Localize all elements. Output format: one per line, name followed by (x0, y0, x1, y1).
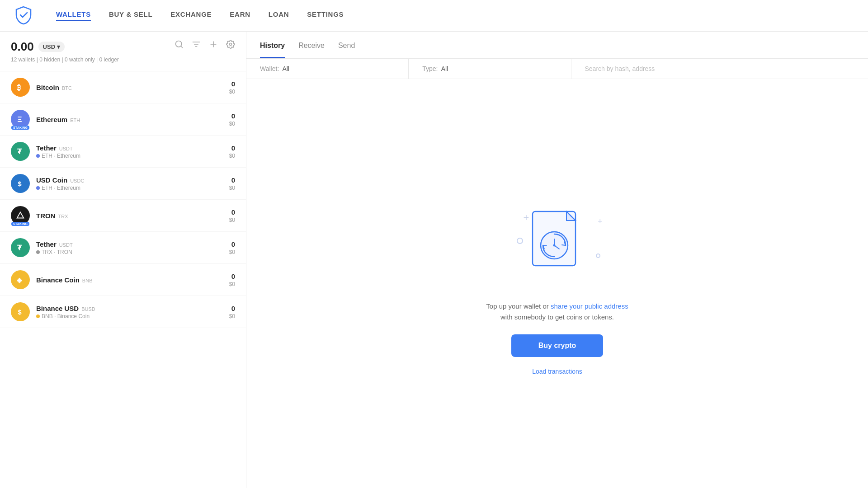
coin-icon-ETH: Ξ STAKING (11, 110, 30, 129)
nav-loan[interactable]: LOAN (269, 10, 289, 21)
nav-buy-sell[interactable]: BUY & SELL (109, 10, 152, 21)
coin-info: TRON TRX (36, 212, 229, 220)
coin-ticker: USDC (70, 178, 84, 183)
coin-ticker: USDT (59, 146, 73, 151)
coin-icon-USDT: ₮ (11, 238, 30, 257)
filter-icon[interactable] (192, 40, 201, 51)
search-icon[interactable] (175, 40, 184, 51)
type-filter-value: All (441, 65, 448, 72)
nav-wallets[interactable]: WALLETS (56, 10, 91, 21)
coin-sub: ETH · Ethereum (36, 153, 229, 159)
top-navigation: WALLETS BUY & SELL EXCHANGE EARN LOAN SE… (0, 0, 868, 32)
svg-text:₮: ₮ (17, 148, 22, 155)
coin-name-row: Bitcoin BTC (36, 84, 229, 91)
coin-ticker: USDT (59, 242, 73, 248)
coin-name: TRON (36, 212, 56, 220)
coin-info: Ethereum ETH (36, 116, 229, 123)
tab-send[interactable]: Send (338, 32, 355, 58)
nav-exchange[interactable]: EXCHANGE (170, 10, 212, 21)
coin-sub: BNB · Binance Coin (36, 313, 229, 319)
wallet-item[interactable]: ₿ Bitcoin BTC 0 $0 (0, 71, 246, 103)
nav-earn[interactable]: EARN (230, 10, 250, 21)
type-filter[interactable]: Type: All (409, 59, 571, 79)
coin-balance: 0 $0 (229, 305, 235, 319)
load-transactions-link[interactable]: Load transactions (532, 368, 582, 375)
svg-line-1 (181, 46, 183, 48)
empty-state-text: Top up your wallet or share your public … (486, 301, 628, 323)
coin-balance: 0 $0 (229, 80, 235, 95)
coin-icon-BTC: ₿ (11, 78, 30, 97)
wallet-item[interactable]: STAKING TRON TRX 0 $0 (0, 200, 246, 232)
svg-text:Ξ: Ξ (18, 116, 22, 123)
coin-usd: $0 (229, 153, 235, 159)
coin-info: Tether USDT TRX · TRON (36, 240, 229, 255)
coin-icon-USDC: $ (11, 174, 30, 193)
svg-text:$: $ (18, 309, 22, 316)
coin-usd: $0 (229, 185, 235, 191)
buy-crypto-button[interactable]: Buy crypto (511, 334, 604, 357)
settings-icon[interactable] (226, 40, 235, 51)
svg-point-7 (230, 43, 232, 46)
coin-name-row: USD Coin USDC (36, 176, 229, 184)
coin-name-row: Tether USDT (36, 144, 229, 152)
wallet-item[interactable]: Ξ STAKING Ethereum ETH 0 $0 (0, 103, 246, 136)
coin-info: Binance Coin BNB (36, 276, 229, 284)
wallet-item[interactable]: $ USD Coin USDC ETH · Ethereum 0 $0 (0, 168, 246, 200)
coin-balance: 0 $0 (229, 272, 235, 287)
coin-usd: $0 (229, 121, 235, 127)
coin-amount: 0 (229, 208, 235, 216)
coin-amount: 0 (229, 240, 235, 248)
svg-text:₿: ₿ (17, 83, 21, 91)
nav-settings[interactable]: SETTINGS (307, 10, 344, 21)
coin-balance: 0 $0 (229, 208, 235, 223)
left-header: 0.00 USD ▾ 12 wallets | 0 hidden | 0 wat… (0, 32, 246, 71)
right-panel: History Receive Send Wallet: All Type: A… (246, 32, 868, 488)
coin-info: Bitcoin BTC (36, 84, 229, 91)
wallet-item[interactable]: ₮ Tether USDT TRX · TRON 0 $0 (0, 232, 246, 264)
empty-state: + + (246, 79, 868, 488)
svg-text:◈: ◈ (16, 277, 23, 284)
add-wallet-icon[interactable] (209, 40, 218, 51)
search-filter[interactable]: Search by hash, address (571, 59, 868, 79)
wallet-info: 12 wallets | 0 hidden | 0 watch only | 0… (11, 56, 175, 63)
coin-name: Tether (36, 240, 57, 248)
coin-balance: 0 $0 (229, 112, 235, 127)
wallet-item[interactable]: $ Binance USD BUSD BNB · Binance Coin 0 … (0, 296, 246, 328)
coin-name-row: Tether USDT (36, 240, 229, 248)
logo[interactable] (14, 5, 33, 27)
search-placeholder: Search by hash, address (585, 65, 655, 72)
currency-selector[interactable]: USD ▾ (38, 42, 65, 52)
wallet-item[interactable]: ₮ Tether USDT ETH · Ethereum 0 $0 (0, 136, 246, 168)
coin-name: Ethereum (36, 116, 67, 123)
coin-amount: 0 (229, 272, 235, 280)
coin-usd: $0 (229, 281, 235, 287)
tab-history[interactable]: History (260, 32, 285, 58)
left-toolbar (175, 40, 235, 51)
coin-balance: 0 $0 (229, 176, 235, 191)
empty-state-icon (526, 205, 589, 279)
wallet-filter[interactable]: Wallet: All (246, 59, 409, 79)
decoration-plus-1: + (524, 213, 529, 223)
total-balance: 0.00 (11, 40, 34, 54)
coin-name-row: Binance USD BUSD (36, 305, 229, 312)
coin-icon-BNB: ◈ (11, 270, 30, 289)
decoration-dot-2 (596, 253, 600, 258)
coin-name: Binance USD (36, 305, 79, 312)
coin-icon-USDT: ₮ (11, 142, 30, 161)
coin-balance: 0 $0 (229, 144, 235, 159)
coin-amount: 0 (229, 144, 235, 152)
coin-ticker: ETH (70, 117, 80, 123)
wallet-item[interactable]: ◈ Binance Coin BNB 0 $0 (0, 264, 246, 296)
svg-text:₮: ₮ (17, 244, 22, 252)
coin-amount: 0 (229, 80, 235, 88)
right-tabs: History Receive Send (246, 32, 868, 59)
tab-receive[interactable]: Receive (298, 32, 325, 58)
coin-amount: 0 (229, 305, 235, 312)
wallet-filter-value: All (282, 65, 289, 72)
coin-sub: ETH · Ethereum (36, 185, 229, 191)
svg-text:$: $ (18, 180, 22, 188)
share-address-link[interactable]: share your public address (551, 302, 628, 310)
decoration-plus-2: + (598, 217, 603, 225)
coin-ticker: BUSD (81, 306, 95, 312)
coin-icon-TRX: STAKING (11, 206, 30, 225)
